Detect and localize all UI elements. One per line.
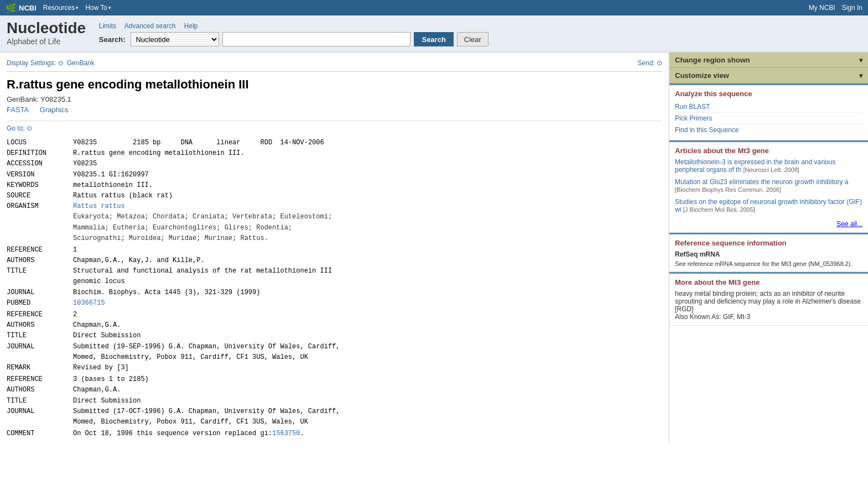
see-all-link[interactable]: See all... — [836, 220, 862, 228]
more-title: More about the Mt3 gene — [675, 278, 862, 286]
organism-lineage1: Eukaryota; Metazoa; Chordata; Craniata; … — [7, 212, 662, 222]
accession-field-name: ACCESSION — [7, 159, 73, 169]
display-settings-icon: ⊙ — [58, 59, 64, 67]
sidebar: Change region shown ▾ Customize view ▾ A… — [669, 53, 868, 443]
search-button[interactable]: Search — [414, 32, 453, 46]
advanced-search-link[interactable]: Advanced search — [124, 22, 176, 30]
ref3-title-row: TITLE Direct Submission — [7, 396, 662, 406]
ncbi-label: NCBI — [19, 4, 37, 12]
refseq-body: Reference sequence information RefSeq mR… — [669, 234, 868, 272]
pick-primers-link[interactable]: Pick Primers — [675, 113, 862, 124]
search-input[interactable] — [222, 32, 410, 46]
ref2-journal-name: JOURNAL — [7, 342, 73, 363]
ref3-title-name: TITLE — [7, 396, 73, 406]
locus-type: DNA — [180, 139, 193, 147]
ref2-remark-name: REMARK — [7, 363, 73, 373]
ref2-remark-row: REMARK Revised by [3] — [7, 363, 662, 373]
app-title-block: Nucleotide Alphabet of Life — [7, 20, 86, 46]
genbank-label: GenBank — [67, 59, 95, 67]
ref1-row: REFERENCE 1 — [7, 245, 662, 255]
page-header: Nucleotide Alphabet of Life Limits Advan… — [0, 15, 868, 53]
ref1-pubmed-row: PUBMED 10366715 — [7, 298, 662, 309]
ref1-title-value: Structural and functional analysis of th… — [73, 266, 662, 287]
comment-gi-link[interactable]: 1563750 — [272, 430, 300, 437]
howto-menu[interactable]: How To ▾ — [85, 4, 111, 12]
ref1-title-cont: genomic locus — [73, 278, 125, 285]
source-field-value: Rattus rattus (black rat) — [73, 191, 662, 201]
ref2-authors-value: Chapman,G.A. — [73, 320, 662, 331]
comment-field-name: COMMENT — [7, 429, 73, 439]
display-settings-link[interactable]: Display Settings: ⊙ — [7, 59, 64, 67]
source-row: SOURCE Rattus rattus (black rat) — [7, 191, 662, 201]
article-1: Metallothionein-3 is expressed in the br… — [675, 158, 862, 174]
howto-arrow-icon: ▾ — [108, 5, 111, 11]
more-text1: heavy metal binding protein; acts as an … — [675, 290, 862, 313]
app-subtitle: Alphabet of Life — [7, 37, 86, 46]
article-1-link[interactable]: Metallothionein-3 is expressed in the br… — [675, 158, 835, 174]
find-in-sequence-link[interactable]: Find in this Sequence — [675, 124, 862, 135]
record-title: R.rattus gene encoding metallothionein I… — [7, 77, 662, 92]
ref3-title-value: Direct Submission — [73, 396, 662, 406]
organism-row: ORGANISM Rattus rattus — [7, 201, 662, 212]
sign-in-link[interactable]: Sign In — [842, 4, 862, 12]
more-body: More about the Mt3 gene heavy metal bind… — [669, 274, 868, 326]
clear-button[interactable]: Clear — [457, 32, 488, 46]
analyze-body: Analyze this sequence Run BLAST Pick Pri… — [669, 85, 868, 140]
keywords-field-name: KEYWORDS — [7, 180, 73, 191]
ref2-journal-row: JOURNAL Submitted (19-SEP-1996) G.A. Cha… — [7, 342, 662, 363]
ncbi-leaf-icon: 🌿 — [6, 3, 17, 13]
fasta-link[interactable]: FASTA — [7, 106, 29, 114]
ref2-journal-cont: Momed, Biochemistry, Pobox 911, Cardiff,… — [73, 353, 308, 361]
run-blast-link[interactable]: Run BLAST — [675, 101, 862, 113]
resources-menu[interactable]: Resources ▾ — [43, 4, 79, 12]
article-3-link[interactable]: Studies on the epitope of neuronal growt… — [675, 198, 862, 213]
ref2-authors-row: AUTHORS Chapman,G.A. — [7, 320, 662, 331]
ref2-field-name: REFERENCE — [7, 310, 73, 320]
locus-date: 14-NOV-2006 — [280, 139, 324, 147]
graphics-link[interactable]: Graphics — [40, 106, 69, 114]
goto-link[interactable]: Go to: ⊙ — [7, 124, 32, 132]
ref2-title-value: Direct Submission — [73, 331, 662, 341]
customize-view-section: Customize view ▾ — [669, 68, 868, 83]
article-2: Mutation at Glu23 eliminates the neuron … — [675, 178, 862, 194]
limits-link[interactable]: Limits — [99, 22, 116, 30]
pubmed-link[interactable]: 10366715 — [73, 299, 105, 307]
change-region-section: Change region shown ▾ — [669, 53, 868, 68]
organism-field-value: Rattus rattus — [73, 201, 662, 212]
change-region-header[interactable]: Change region shown ▾ — [669, 53, 868, 68]
customize-view-header[interactable]: Customize view ▾ — [669, 68, 868, 83]
ncbi-logo[interactable]: 🌿 NCBI — [6, 3, 37, 13]
article-2-link[interactable]: Mutation at Glu23 eliminates the neuron … — [675, 178, 849, 194]
ref1-journal-row: JOURNAL Biochim. Biophys. Acta 1445 (3),… — [7, 288, 662, 298]
organism-field-name: ORGANISM — [7, 201, 73, 212]
accession-field-value: Y08235 — [73, 159, 662, 169]
record-links: FASTA Graphics — [7, 106, 662, 114]
see-all-articles[interactable]: See all... — [675, 218, 862, 228]
search-database-select[interactable]: Nucleotide Protein Gene PubMed — [131, 32, 219, 46]
article-3: Studies on the epitope of neuronal growt… — [675, 198, 862, 213]
keywords-field-value: metallothionein III. — [73, 180, 662, 191]
search-row: Search: Nucleotide Protein Gene PubMed S… — [99, 32, 488, 46]
ref3-authors-row: AUTHORS Chapman,G.A. — [7, 385, 662, 395]
refseq-content: RefSeq mRNA See reference mRNA sequence … — [675, 250, 862, 267]
ref3-journal-row: JOURNAL Submitted (17-OCT-1996) G.A. Cha… — [7, 406, 662, 427]
top-navigation: 🌿 NCBI Resources ▾ How To ▾ My NCBI Sign… — [0, 0, 868, 15]
my-ncbi-link[interactable]: My NCBI — [809, 4, 835, 12]
ref2-remark-value: Revised by [3] — [73, 363, 662, 373]
ref2-field-value: 2 — [73, 310, 662, 320]
organism-link[interactable]: Rattus rattus — [73, 202, 125, 210]
ref1-title-name: TITLE — [7, 266, 73, 287]
goto-bar: Go to: ⊙ — [7, 121, 662, 132]
help-link[interactable]: Help — [184, 22, 198, 30]
refseq-title: Reference sequence information — [675, 239, 862, 247]
locus-row: LOCUS Y08235 2185 bp DNA linear ROD 14-N… — [7, 138, 662, 148]
display-settings-label: Display Settings: — [7, 59, 56, 67]
refseq-desc: See reference mRNA sequence for the Mt3 … — [675, 260, 862, 267]
main-layout: Display Settings: ⊙ GenBank Send: ⊙ R.ra… — [0, 53, 868, 443]
version-field-name: VERSION — [7, 170, 73, 180]
organism-lineage2: Mammalia; Eutheria; Euarchontoglires; Gl… — [7, 223, 662, 233]
send-link[interactable]: Send: ⊙ — [637, 59, 662, 67]
resources-label: Resources — [43, 4, 75, 12]
display-settings-right: Send: ⊙ — [637, 59, 662, 67]
version-field-value: Y08235.1 GI:1620997 — [73, 170, 662, 180]
